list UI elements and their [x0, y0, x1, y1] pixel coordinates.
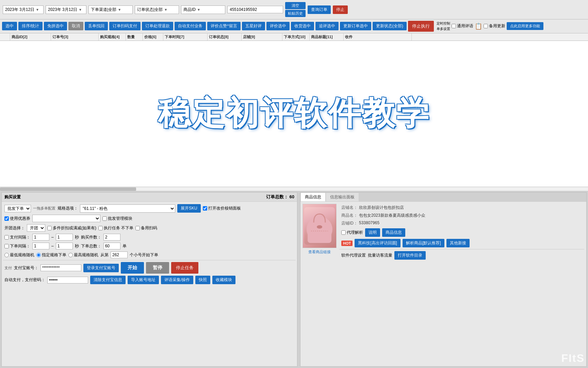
backup-scan-checkbox[interactable] [135, 226, 140, 230]
auto-pay-button[interactable]: 自动支付业务 [175, 22, 206, 30]
pay-interval-checkbox[interactable] [4, 235, 9, 240]
view-product-link[interactable]: 查看商品链接 [308, 249, 331, 255]
purchase-qty-input[interactable] [103, 234, 120, 241]
backup-update-checkbox[interactable] [484, 24, 488, 28]
use-coupon-label[interactable]: 使用优惠券 [4, 216, 30, 221]
pay-pwd-input[interactable] [47, 277, 88, 283]
parse-product-button[interactable]: 解析商品[默认推荐] [403, 239, 444, 247]
open-software-button[interactable]: 打开软件目录 [394, 251, 426, 260]
col-spec: 购买规格[4] [99, 33, 126, 41]
date-to-selector[interactable]: 2023年 3月12日 ▼ [46, 5, 86, 14]
update-order-button[interactable]: 更新订单选中 [340, 22, 371, 30]
batch-manage-checkbox[interactable] [102, 216, 107, 221]
login-alipay-button[interactable]: 登录支付宝账号 [83, 264, 119, 272]
scan-pay-button[interactable]: 订单扫码支付 [109, 22, 141, 30]
order-interval-input2[interactable] [56, 243, 73, 249]
alipay-input[interactable] [40, 264, 81, 271]
exec-task-no-order-label[interactable]: 执行任务 不下单 [98, 225, 133, 231]
tab-product-info[interactable]: 商品信息 [300, 193, 326, 201]
horizontal-scrollbar[interactable] [0, 187, 588, 191]
date-from-value: 2023年 3月12日 [5, 7, 34, 13]
sort-stats-button[interactable]: 排序/统计 [18, 22, 43, 30]
clear-button[interactable]: 清空 [285, 2, 306, 9]
shop-name-label: 店铺名： [341, 205, 358, 211]
import-account-button[interactable]: 导入账号地址 [128, 276, 159, 284]
open-price-panel-checkbox[interactable] [203, 206, 207, 211]
explain-button[interactable]: 说明 [365, 228, 380, 237]
order-total-qty-label: 下单总数： [81, 243, 101, 249]
expand-sku-button[interactable]: 展开SKU [177, 204, 201, 213]
common-review-checkbox[interactable] [452, 24, 456, 28]
backup-update-label[interactable]: 备用更新 [484, 23, 505, 29]
order-interval-label[interactable]: 下单间隔： [4, 243, 30, 249]
pay-interval-input1[interactable] [32, 234, 49, 241]
batch-order-select[interactable]: 批发下单 [4, 205, 31, 212]
free-merge-button[interactable]: 免拼选中 [44, 22, 67, 30]
review-collect-button[interactable]: 评语采集/操作 [161, 276, 193, 284]
update-status-all-button[interactable]: 更新状态(全部) [373, 22, 407, 30]
proxy-explain-label[interactable]: 代理解析 [341, 230, 363, 235]
open-price-panel-label[interactable]: 打开改价核销面板 [203, 205, 241, 211]
batch-manage-label[interactable]: 批发管理模块 [102, 216, 132, 221]
stop-task-button[interactable]: 停止任务 [171, 262, 198, 274]
highest-spec-label[interactable]: 最高规格随机 [68, 252, 98, 258]
lowest-spec-label[interactable]: 最低规格随机 [4, 252, 34, 258]
stop-exec-button[interactable]: 停止执行 [408, 21, 434, 32]
snapshot-button[interactable]: 快照 [195, 276, 210, 284]
review-points-button[interactable]: 评价点赞^留言 [207, 22, 241, 30]
more-features-button[interactable]: 点此启用更多功能 [507, 22, 543, 30]
group-buy-select[interactable]: 开团 [27, 224, 45, 232]
shop-id-label: 店铺ID： [341, 220, 358, 226]
product-info-button[interactable]: 商品信息 [382, 228, 405, 237]
coupon-select[interactable] [32, 215, 100, 222]
other-new-button[interactable]: 其他新接 [446, 239, 470, 247]
track-select-button[interactable]: 追评选中 [315, 22, 339, 30]
hot-badge: HOT [341, 241, 353, 246]
select-button[interactable]: 选中 [2, 22, 17, 30]
merge-find-button[interactable]: 丢单找回 [85, 22, 108, 30]
pay-interval-label[interactable]: 支付间隔： [4, 234, 30, 240]
use-coupon-checkbox[interactable] [4, 216, 9, 221]
start-button[interactable]: 开始 [121, 262, 144, 274]
product-details: 店铺名： 欣欣原创设计包包折扣店 商品名： 包包女2023新款春夏高级感质感小众… [339, 204, 584, 261]
specify-spec-radio[interactable] [36, 253, 41, 257]
stop-button[interactable]: 停止 [333, 5, 348, 14]
exec-task-no-order-checkbox[interactable] [98, 226, 103, 230]
order-interval-input1[interactable] [32, 243, 49, 249]
cancel-button[interactable]: 取消 [68, 22, 83, 30]
alipay-label: 支付宝账号： [14, 265, 38, 271]
common-review-label[interactable]: 通用评语 [452, 23, 473, 29]
paste-history-button[interactable]: 粘贴历史 [285, 10, 306, 17]
product-id-selector[interactable]: 商品ID ▼ [181, 5, 225, 14]
date-from-selector[interactable]: 2023年 3月12日 ▼ [3, 5, 44, 14]
query-order-button[interactable]: 查询订单 [308, 5, 331, 14]
spec-select[interactable]: "61.11" - 粉色 [80, 204, 175, 213]
clear-payment-button[interactable]: 清除支付宝信息 [90, 276, 126, 284]
collect-module-button[interactable]: 收藏模块 [212, 276, 235, 284]
scroll-thumb[interactable] [0, 187, 136, 191]
proxy-explain-checkbox[interactable] [341, 230, 346, 235]
multi-discount-checkbox[interactable] [47, 226, 52, 230]
date-to-arrow: ▼ [79, 8, 82, 12]
from-num-input[interactable] [111, 251, 128, 258]
specify-spec-label[interactable]: 指定规格下单 [36, 252, 66, 258]
black-tech-button[interactable]: 黑科技[高出评访回圆] [355, 239, 401, 247]
pay-interval-input2[interactable] [56, 234, 73, 241]
five-star-button[interactable]: 五星好评 [242, 22, 265, 30]
lowest-spec-radio[interactable] [4, 253, 9, 257]
process-refund-button[interactable]: 订单处理退款 [142, 22, 173, 30]
backup-scan-label[interactable]: 备用扫码 [135, 225, 157, 231]
pause-button[interactable]: 暂停 [146, 262, 169, 274]
channel-selector[interactable]: 下单渠道|全部 ▼ [88, 5, 133, 14]
order-interval-checkbox[interactable] [4, 244, 9, 248]
receive-select-button[interactable]: 收货选中 [291, 22, 314, 30]
multi-discount-label[interactable]: 多件折扣或满减(如果有) [47, 225, 96, 231]
review-select-button[interactable]: 评价选中 [266, 22, 290, 30]
product-info-content: 查看商品链接 店铺名： 欣欣原创设计包包折扣店 商品名： 包包女2023新款春夏… [300, 202, 586, 263]
highest-spec-radio[interactable] [68, 253, 73, 257]
order-total-qty-input[interactable] [103, 243, 120, 249]
svg-point-3 [317, 225, 322, 229]
order-status-selector[interactable]: 订单状态|全部 ▼ [135, 5, 179, 14]
tab-info-output[interactable]: 信息输出面板 [326, 193, 359, 201]
product-id-input[interactable] [227, 6, 283, 13]
